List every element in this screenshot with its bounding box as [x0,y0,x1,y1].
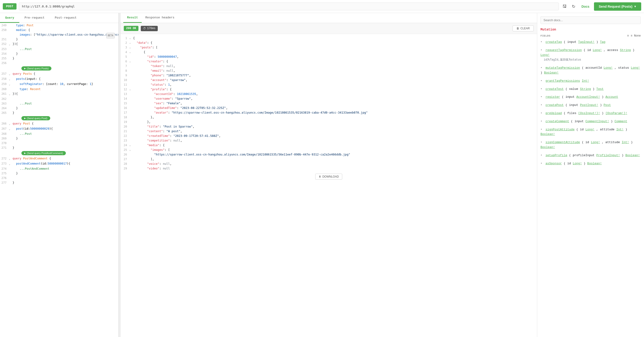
save-icon: 🖫 [562,4,567,9]
docs-type-Post[interactable]: Post [604,103,611,107]
download-label: DOWNLOAD [322,175,339,178]
docs-link-createTag[interactable]: createTag [546,40,562,44]
docs-type-Long3[interactable]: Long! [604,66,612,70]
clock-icon: ⏱ [143,27,146,30]
docs-type-Long7[interactable]: Long! [573,162,582,165]
docs-link-preUpload[interactable]: preUpload [546,112,562,115]
docs-item-preUpload: preUpload ( files [OssInput!]! ) [OssPar… [540,111,641,116]
docs-link-grantTagPermissions[interactable]: grantTagPermissions [546,79,580,82]
docs-type-CommentInput[interactable]: CommentInput! [585,120,609,123]
docs-type-Long5[interactable]: Long! [585,128,594,131]
url-input[interactable] [19,2,559,10]
time-badge: ⏱ 176ms [141,26,158,31]
docs-item-mutateTagPermission: mutateTagPermission ( accountId Long! , … [540,66,641,76]
refresh-icon: ↻ [572,4,575,9]
query-editor: 249 type: Post 250 media: { images: ["ht… [0,23,118,185]
docs-section-title: Mutation [540,28,641,32]
top-actions: 🖫 ↻ Docs Send Request (Posts) ▼ [561,2,641,11]
docs-button[interactable]: Docs [579,3,592,10]
refresh-button[interactable]: ↻ [570,2,577,10]
docs-link-requestTagPermission[interactable]: requestTagPermission [546,48,582,52]
query-tabs: Query Pre-request Post-request [0,13,118,23]
docs-type-Int1[interactable]: Int! [582,79,589,82]
trash-icon: 🗑 [516,27,519,30]
run-query-post-button[interactable]: (Send query Post) [22,116,50,120]
docs-type-Account[interactable]: Account [606,95,618,99]
list-icon: ≡ [627,34,629,38]
docs-type-Long2[interactable]: Long! [540,53,550,57]
docs-item-signCommentAttitude: signCommentAttitude ( id Long! , attitud… [540,140,641,150]
docs-fields-header: FIELDS ≡ ≡ None [540,34,641,38]
docs-fields-label: FIELDS [540,34,550,37]
result-tabs: Result Response headers [120,13,537,23]
panel-divider[interactable] [119,13,120,337]
docs-link-createComment[interactable]: createComment [546,120,569,123]
docs-item-register: register ( input AccountInput! ) Account [540,95,641,100]
docs-type-Test[interactable]: Test [596,87,604,91]
result-toolbar: 200 OK ⏱ 176ms 🗑 CLEAR [120,23,537,34]
search-docs-input[interactable] [540,16,641,24]
docs-link-asSponsor[interactable]: asSponsor [546,162,562,165]
docs-type-Long1[interactable]: Long! [592,48,602,52]
dropdown-arrow-icon: ▼ [634,5,636,8]
none-label: ≡ None [631,34,641,38]
docs-item-createTest: createTest ( value String ) Test [540,87,641,92]
save-button[interactable]: 🖫 [561,2,568,10]
docs-type-Tag[interactable]: Tag [600,40,606,44]
docs-type-TagInput[interactable]: TagInput! [578,40,594,44]
docs-type-PostInput[interactable]: PostInput! [580,103,598,107]
tab-post-request[interactable]: Post-request [50,13,82,23]
docs-item-asSponsor: asSponsor ( id Long! ) Boolean! [540,161,641,166]
docs-type-Long4[interactable]: Long! [631,66,640,70]
docs-type-Comment[interactable]: Comment [614,120,627,123]
docs-type-Boolean2[interactable]: Boolean! [540,132,555,136]
docs-note-requestTagPermission: id为TagId,返回值为status [544,58,581,62]
docs-item-createTag: createTag ( input TagInput! ) Tag [540,40,641,45]
download-icon: ⬇ [319,175,321,178]
send-request-button[interactable]: Send Request (Posts) ▼ [594,2,641,11]
docs-type-Boolean3[interactable]: Boolean! [540,146,555,149]
docs-type-ProfileInput[interactable]: ProfileInput! [596,154,620,157]
docs-link-register[interactable]: register [546,95,560,99]
docs-type-Int2[interactable]: Int! [616,128,624,131]
result-panel: Result Response headers 200 OK ⏱ 176ms 🗑… [120,13,537,337]
docs-item-createComment: createComment ( input CommentInput! ) Co… [540,119,641,124]
tab-pre-request[interactable]: Pre-request [19,13,50,23]
docs-type-Boolean5[interactable]: Boolean! [587,162,602,165]
docs-item-signPostAttitude: signPostAttitude ( id Long! , attitude I… [540,127,641,137]
docs-type-Int3[interactable]: Int! [622,140,629,144]
send-label: Send Request (Posts) [599,5,632,8]
docs-link-setupProfile[interactable]: setupProfile [546,154,568,157]
docs-item-grantTagPermissions: grantTagPermissions Int! [540,79,641,84]
docs-link-signPostAttitude[interactable]: signPostAttitude [546,128,575,131]
docs-type-String1[interactable]: String [620,48,631,52]
docs-type-Boolean4[interactable]: Boolean! [626,154,640,157]
docs-type-String2[interactable]: String [580,87,591,91]
download-button[interactable]: ⬇ DOWNLOAD [315,174,342,180]
docs-item-requestTagPermission: requestTagPermission ( id Long! , access… [540,48,641,62]
result-tab-result[interactable]: Result [123,13,142,23]
docs-link-createTest[interactable]: createTest [546,87,564,91]
clear-label: CLEAR [520,27,530,30]
docs-type-Long6[interactable]: Long! [591,140,600,144]
docs-type-Boolean1[interactable]: Boolean! [544,71,558,74]
clear-button[interactable]: 🗑 CLEAR [512,25,534,32]
main-content: Query Pre-request Post-request 249 type:… [0,13,644,337]
docs-link-mutateTagPermission[interactable]: mutateTagPermission [546,66,580,70]
top-bar: POST 🖫 ↻ Docs Send Request (Posts) ▼ [0,0,644,13]
docs-link-createPost[interactable]: createPost [546,103,564,107]
docs-type-AccountInput[interactable]: AccountInput! [576,95,600,99]
result-tab-response-headers[interactable]: Response headers [142,13,178,23]
tab-query[interactable]: Query [0,13,19,23]
status-badge: 200 OK [124,26,138,31]
docs-type-OssInput[interactable]: [OssInput!]! [578,112,600,115]
docs-panel: Mutation FIELDS ≡ ≡ None createTag ( inp… [537,13,644,337]
docs-link-signCommentAttitude[interactable]: signCommentAttitude [546,140,580,144]
docs-item-setupProfile: setupProfile ( profileInput ProfileInput… [540,153,641,158]
docs-type-OssParam[interactable]: [OssParam!]! [606,112,627,115]
run-query-postandcomment-button[interactable]: (Send query PostAndComment) [22,151,66,155]
docs-none-option[interactable]: ≡ ≡ None [627,34,641,38]
result-body: 1⌄{ 2⌄ "data": { 3⌄ "posts": [ 4⌄ { 5 "i… [120,34,537,337]
run-query-posts-button[interactable]: (Send query Posts) [22,66,52,70]
query-panel: Query Pre-request Post-request 249 type:… [0,13,119,337]
